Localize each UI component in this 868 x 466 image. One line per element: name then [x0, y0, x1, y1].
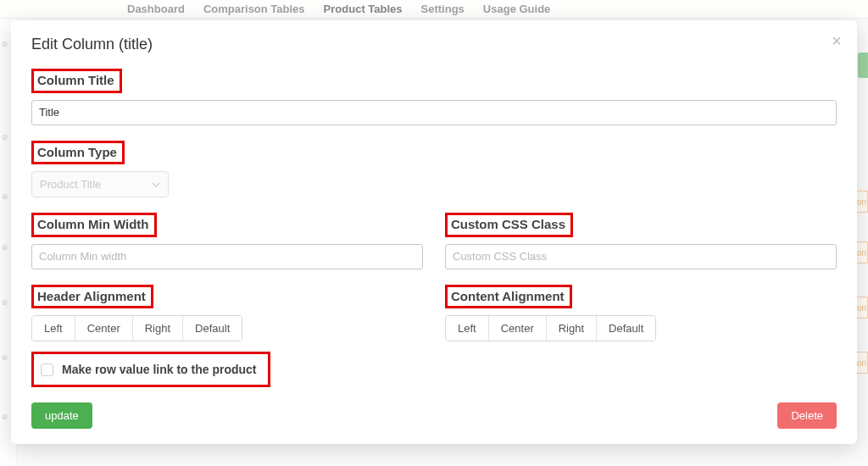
nav-product[interactable]: Product Tables — [324, 3, 403, 15]
drag-handle-icon: ⊕ — [2, 38, 8, 51]
header-align-center[interactable]: Center — [75, 316, 133, 341]
label-custom-css-class: Custom CSS Class — [445, 213, 573, 237]
modal-title: Edit Column (title) — [31, 36, 837, 53]
content-align-center[interactable]: Center — [489, 316, 547, 341]
modal-footer: update Delete — [31, 402, 837, 429]
column-title-input[interactable] — [31, 100, 837, 125]
nav-comparison[interactable]: Comparison Tables — [203, 3, 305, 15]
drag-handle-icon: ⊕ — [2, 241, 8, 254]
drag-handle-icon: ⊕ — [2, 352, 8, 364]
chevron-down-icon — [152, 180, 160, 189]
label-content-alignment: Content Alignment — [445, 285, 572, 309]
label-column-min-width: Column Min Width — [31, 213, 157, 237]
delete-button[interactable]: Delete — [777, 402, 837, 429]
content-alignment-group: Left Center Right Default — [445, 315, 656, 341]
label-header-alignment: Header Alignment — [31, 285, 153, 309]
top-nav: Dashboard Comparison Tables Product Tabl… — [0, 0, 868, 19]
link-to-product-row[interactable]: Make row value link to the product — [31, 352, 270, 387]
custom-css-class-input[interactable] — [445, 244, 837, 269]
content-align-default[interactable]: Default — [597, 316, 655, 341]
label-column-title: Column Title — [31, 69, 122, 93]
link-to-product-label: Make row value link to the product — [62, 363, 256, 376]
nav-usage[interactable]: Usage Guide — [483, 3, 550, 15]
column-type-select: Product Title — [31, 171, 169, 197]
label-column-type: Column Type — [31, 141, 125, 165]
edit-column-modal: Edit Column (title) × Column Title Colum… — [11, 20, 857, 444]
link-to-product-checkbox[interactable] — [41, 363, 53, 376]
update-button[interactable]: update — [31, 402, 92, 429]
drag-handle-icon: ⊕ — [2, 131, 8, 144]
column-min-width-input[interactable] — [31, 244, 423, 269]
close-icon[interactable]: × — [832, 32, 842, 49]
header-alignment-group: Left Center Right Default — [31, 315, 242, 341]
column-type-value: Product Title — [40, 178, 101, 191]
drag-handle-icon: ⊕ — [2, 297, 8, 309]
nav-dashboard[interactable]: Dashboard — [127, 3, 185, 15]
header-align-left[interactable]: Left — [32, 316, 75, 341]
header-align-right[interactable]: Right — [133, 316, 183, 341]
drag-handle-icon: ⊕ — [2, 191, 8, 203]
content-align-left[interactable]: Left — [446, 316, 489, 341]
header-align-default[interactable]: Default — [183, 316, 242, 341]
nav-settings[interactable]: Settings — [421, 3, 465, 15]
content-align-right[interactable]: Right — [547, 316, 597, 341]
bg-action-green — [858, 53, 868, 78]
drag-handle-icon: ⊕ — [2, 411, 8, 424]
